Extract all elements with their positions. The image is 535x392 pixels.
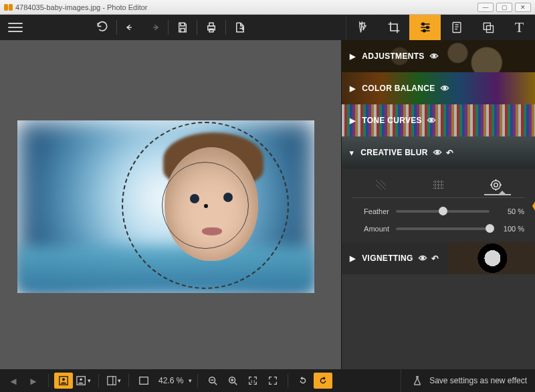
window-title: 4784035-baby-images.jpg - Photo Editor (15, 3, 148, 11)
panel-vignetting-label: VIGNETTING (362, 254, 413, 263)
feather-slider-row: Feather 50 % (352, 207, 524, 215)
eye-icon[interactable]: 👁 (430, 52, 439, 62)
view-compare-button[interactable]: ▾ (74, 373, 93, 389)
zoom-fit-button[interactable] (263, 373, 282, 389)
window-buttons: — ▢ ✕ (477, 3, 531, 12)
svg-rect-19 (108, 377, 116, 385)
rotate-right-button[interactable] (314, 373, 332, 389)
redo-button[interactable] (142, 15, 165, 40)
panel-adjustments[interactable]: ▶ ADJUSTMENTS 👁 (342, 40, 535, 72)
panel-creative-blur-label: CREATIVE BLUR (360, 148, 427, 157)
panel-collapse-handle[interactable] (532, 199, 535, 214)
view-single-button[interactable] (54, 373, 73, 389)
status-bar: ◄ ► ▾ ▾ 42.6 % ▾ 1:1 (0, 369, 535, 392)
main-toolbar: T (0, 15, 535, 40)
tab-adjust[interactable] (409, 15, 441, 40)
zoom-100-button[interactable]: 1:1 (243, 373, 262, 389)
tab-overlay[interactable] (472, 15, 504, 40)
zoom-in-button[interactable] (223, 373, 242, 389)
amount-slider[interactable] (396, 227, 490, 230)
fit-screen-button[interactable] (134, 373, 153, 389)
svg-line-26 (235, 383, 237, 385)
svg-point-3 (422, 23, 424, 25)
adjust-panel: ▶ ADJUSTMENTS 👁 ▶ COLOR BALANCE 👁 ▶ TONE… (341, 40, 535, 369)
panel-tone-curves-label: TONE CURVES (362, 116, 422, 125)
undo-button[interactable] (120, 15, 142, 40)
panel-tone-curves[interactable]: ▶ TONE CURVES 👁 (342, 104, 535, 136)
top-tabs: T (346, 15, 535, 40)
svg-text:1:1: 1:1 (251, 379, 255, 383)
feather-label: Feather (352, 207, 389, 215)
tab-presets[interactable] (441, 15, 472, 40)
eye-icon[interactable]: 👁 (433, 148, 442, 158)
window-close-button[interactable]: ✕ (515, 3, 531, 12)
window-maximize-button[interactable]: ▢ (496, 3, 512, 12)
chevron-right-icon: ▶ (350, 116, 355, 125)
blur-mode-tabs (352, 175, 524, 198)
panel-color-balance-label: COLOR BALANCE (362, 84, 435, 93)
flask-icon (412, 375, 423, 386)
panel-vignetting[interactable]: ▶ VIGNETTING 👁 ↶ (342, 242, 535, 274)
image-canvas[interactable] (17, 120, 314, 293)
svg-rect-21 (140, 377, 148, 385)
zoom-value: 42.6 % (154, 376, 187, 385)
nav-prev-button[interactable]: ◄ (4, 373, 23, 389)
panel-creative-blur[interactable]: ▾ CREATIVE BLUR 👁 ↶ (342, 136, 535, 169)
svg-rect-6 (453, 23, 461, 33)
chevron-right-icon: ▶ (350, 84, 355, 93)
reset-icon[interactable]: ↶ (446, 148, 453, 158)
reset-icon[interactable]: ↶ (431, 254, 439, 264)
svg-point-16 (62, 378, 65, 381)
svg-point-9 (491, 181, 500, 189)
amount-slider-row: Amount 100 % (352, 225, 524, 233)
svg-point-18 (80, 378, 82, 381)
blur-mode-radial[interactable] (489, 178, 503, 192)
svg-point-5 (423, 29, 425, 31)
svg-line-23 (215, 383, 217, 385)
menu-button[interactable] (0, 15, 31, 40)
zoom-dropdown[interactable]: ▾ (189, 377, 192, 384)
print-button[interactable] (200, 15, 223, 40)
blur-selection-center[interactable] (204, 204, 208, 208)
creative-blur-controls: Feather 50 % Amount 100 % (342, 169, 535, 242)
blur-mode-grid[interactable] (431, 178, 445, 192)
svg-rect-7 (484, 23, 490, 29)
status-right: Save settings as new effect (401, 369, 535, 392)
canvas-area[interactable] (0, 40, 341, 369)
amount-label: Amount (352, 225, 389, 233)
svg-rect-8 (486, 26, 493, 33)
window-minimize-button[interactable]: — (477, 3, 494, 12)
eye-icon[interactable]: 👁 (427, 116, 436, 126)
svg-point-4 (426, 26, 428, 28)
chevron-right-icon: ▶ (350, 52, 355, 61)
tab-crop[interactable] (378, 15, 409, 40)
amount-value: 100 % (496, 225, 524, 233)
undo-history-button[interactable] (91, 15, 114, 40)
blur-mode-indicator (484, 194, 511, 195)
window-titlebar: 4784035-baby-images.jpg - Photo Editor —… (0, 0, 535, 15)
chevron-right-icon: ▶ (350, 254, 355, 263)
feather-value: 50 % (496, 207, 524, 215)
svg-rect-1 (209, 23, 213, 26)
eye-icon[interactable]: 👁 (419, 254, 427, 264)
tab-effects[interactable] (346, 15, 378, 40)
eye-icon[interactable]: 👁 (441, 84, 449, 94)
view-layout-button[interactable]: ▾ (104, 373, 123, 389)
zoom-out-button[interactable] (203, 373, 222, 389)
chevron-down-icon: ▾ (350, 149, 354, 157)
svg-point-10 (494, 183, 498, 187)
blur-mode-linear[interactable] (374, 178, 388, 192)
content-area: ▶ ADJUSTMENTS 👁 ▶ COLOR BALANCE 👁 ▶ TONE… (0, 40, 535, 369)
rotate-left-button[interactable] (294, 373, 312, 389)
panel-color-balance[interactable]: ▶ COLOR BALANCE 👁 (342, 72, 535, 104)
tab-text[interactable]: T (504, 15, 535, 40)
panel-adjustments-label: ADJUSTMENTS (362, 52, 424, 61)
save-button[interactable] (171, 15, 194, 40)
app-logo (4, 4, 13, 11)
save-effect-button[interactable]: Save settings as new effect (429, 376, 527, 385)
nav-next-button[interactable]: ► (24, 373, 43, 389)
feather-slider[interactable] (396, 210, 490, 213)
status-left: ◄ ► ▾ ▾ 42.6 % ▾ 1:1 (0, 369, 332, 392)
export-button[interactable] (229, 15, 251, 40)
